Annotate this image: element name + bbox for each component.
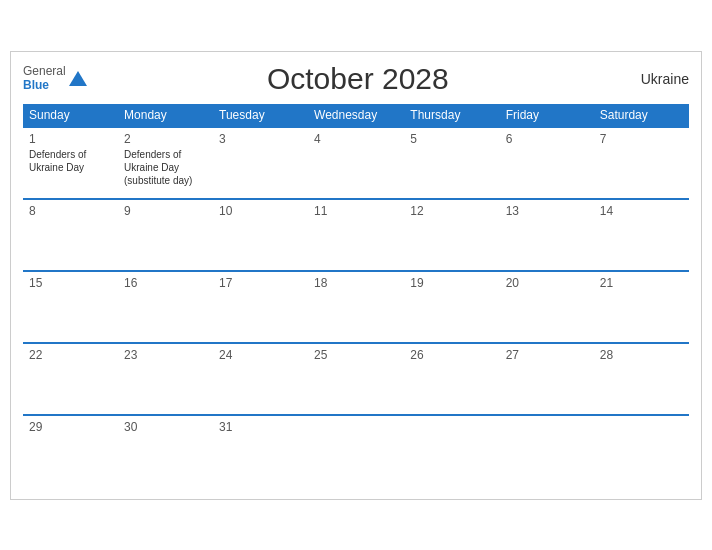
day-number: 14 [600, 204, 683, 218]
day-number: 21 [600, 276, 683, 290]
calendar-day-cell: 14 [594, 199, 689, 271]
day-number: 5 [410, 132, 493, 146]
calendar-day-cell: 21 [594, 271, 689, 343]
calendar-week-row: 1Defenders of Ukraine Day2Defenders of U… [23, 127, 689, 199]
calendar-day-cell: 20 [500, 271, 594, 343]
calendar-header: General Blue October 2028 Ukraine [23, 62, 689, 96]
day-number: 2 [124, 132, 207, 146]
day-number: 1 [29, 132, 112, 146]
logo: General Blue [23, 65, 87, 91]
calendar-day-cell: 3 [213, 127, 308, 199]
calendar-day-cell: 1Defenders of Ukraine Day [23, 127, 118, 199]
day-number: 8 [29, 204, 112, 218]
calendar-day-cell [594, 415, 689, 487]
day-number: 23 [124, 348, 207, 362]
calendar-day-cell: 8 [23, 199, 118, 271]
day-number: 7 [600, 132, 683, 146]
calendar-day-cell: 29 [23, 415, 118, 487]
day-number: 26 [410, 348, 493, 362]
calendar-day-cell: 15 [23, 271, 118, 343]
day-number: 22 [29, 348, 112, 362]
calendar-day-cell: 24 [213, 343, 308, 415]
day-number: 18 [314, 276, 398, 290]
calendar-day-cell: 18 [308, 271, 404, 343]
calendar-day-cell: 31 [213, 415, 308, 487]
calendar-day-cell [308, 415, 404, 487]
calendar-body: 1Defenders of Ukraine Day2Defenders of U… [23, 127, 689, 487]
calendar-week-row: 15161718192021 [23, 271, 689, 343]
calendar-country: Ukraine [629, 71, 689, 87]
calendar-day-cell: 30 [118, 415, 213, 487]
day-number: 11 [314, 204, 398, 218]
calendar-header-row: SundayMondayTuesdayWednesdayThursdayFrid… [23, 104, 689, 127]
calendar-day-cell: 22 [23, 343, 118, 415]
calendar-title: October 2028 [87, 62, 629, 96]
calendar-grid: SundayMondayTuesdayWednesdayThursdayFrid… [23, 104, 689, 487]
calendar-day-cell: 12 [404, 199, 499, 271]
weekday-header: Monday [118, 104, 213, 127]
day-number: 30 [124, 420, 207, 434]
day-number: 15 [29, 276, 112, 290]
logo-blue-text: Blue [23, 79, 66, 92]
day-number: 27 [506, 348, 588, 362]
day-event: Defenders of Ukraine Day (substitute day… [124, 149, 192, 186]
calendar-day-cell: 4 [308, 127, 404, 199]
calendar-week-row: 22232425262728 [23, 343, 689, 415]
calendar-day-cell [500, 415, 594, 487]
day-number: 16 [124, 276, 207, 290]
weekday-header: Wednesday [308, 104, 404, 127]
weekday-header: Thursday [404, 104, 499, 127]
day-number: 12 [410, 204, 493, 218]
calendar-day-cell: 9 [118, 199, 213, 271]
calendar-day-cell: 17 [213, 271, 308, 343]
day-number: 19 [410, 276, 493, 290]
calendar-day-cell: 6 [500, 127, 594, 199]
day-event: Defenders of Ukraine Day [29, 149, 86, 173]
calendar-day-cell: 23 [118, 343, 213, 415]
day-number: 9 [124, 204, 207, 218]
calendar-week-row: 891011121314 [23, 199, 689, 271]
day-number: 25 [314, 348, 398, 362]
day-number: 3 [219, 132, 302, 146]
logo-text: General Blue [23, 65, 66, 91]
calendar-day-cell: 5 [404, 127, 499, 199]
calendar-day-cell: 2Defenders of Ukraine Day (substitute da… [118, 127, 213, 199]
calendar-day-cell: 16 [118, 271, 213, 343]
calendar-day-cell: 13 [500, 199, 594, 271]
calendar-day-cell: 7 [594, 127, 689, 199]
weekday-header: Friday [500, 104, 594, 127]
day-number: 13 [506, 204, 588, 218]
calendar-day-cell: 26 [404, 343, 499, 415]
calendar-day-cell [404, 415, 499, 487]
calendar-week-row: 293031 [23, 415, 689, 487]
logo-general-text: General [23, 65, 66, 78]
day-number: 17 [219, 276, 302, 290]
day-number: 29 [29, 420, 112, 434]
weekday-header: Sunday [23, 104, 118, 127]
day-number: 20 [506, 276, 588, 290]
weekday-header: Tuesday [213, 104, 308, 127]
day-number: 31 [219, 420, 302, 434]
calendar-container: General Blue October 2028 Ukraine Sunday… [10, 51, 702, 500]
day-number: 24 [219, 348, 302, 362]
day-number: 6 [506, 132, 588, 146]
calendar-day-cell: 28 [594, 343, 689, 415]
calendar-day-cell: 27 [500, 343, 594, 415]
day-number: 28 [600, 348, 683, 362]
calendar-day-cell: 11 [308, 199, 404, 271]
logo-triangle-icon [69, 71, 87, 86]
weekday-header: Saturday [594, 104, 689, 127]
calendar-day-cell: 19 [404, 271, 499, 343]
calendar-day-cell: 10 [213, 199, 308, 271]
day-number: 4 [314, 132, 398, 146]
calendar-day-cell: 25 [308, 343, 404, 415]
day-number: 10 [219, 204, 302, 218]
